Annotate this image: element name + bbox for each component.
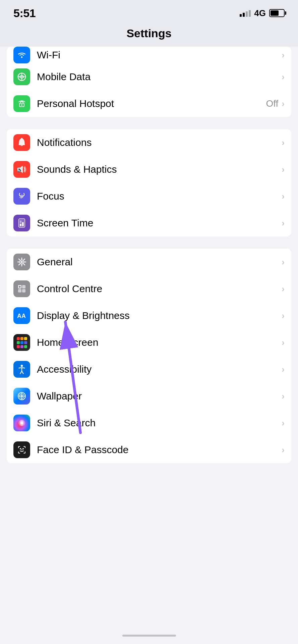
- sidebar-item-wifi[interactable]: Wi-Fi ›: [7, 47, 291, 63]
- status-icons: 4G: [240, 8, 285, 18]
- svg-point-0: [21, 56, 23, 58]
- signal-bar-2: [243, 13, 245, 17]
- svg-rect-11: [20, 224, 21, 226]
- svg-point-9: [20, 195, 23, 198]
- home-screen-label: Home Screen: [37, 337, 282, 348]
- wifi-label: Wi-Fi: [37, 49, 282, 61]
- focus-label: Focus: [37, 191, 282, 202]
- sidebar-item-wallpaper[interactable]: Wallpaper ›: [7, 383, 291, 410]
- siri-chevron: ›: [282, 418, 285, 428]
- sidebar-item-personal-hotspot[interactable]: Personal Hotspot Off ›: [7, 90, 291, 117]
- battery-icon: [269, 9, 285, 17]
- svg-rect-19: [18, 289, 21, 292]
- svg-point-29: [20, 422, 23, 424]
- wallpaper-chevron: ›: [282, 391, 285, 401]
- mobile-data-icon: [13, 68, 30, 85]
- battery-fill: [271, 10, 279, 16]
- sidebar-item-control-centre[interactable]: Control Centre ›: [7, 275, 291, 302]
- svg-point-23: [21, 365, 23, 367]
- hotspot-icon: [13, 95, 30, 112]
- sidebar-item-notifications[interactable]: Notifications ›: [7, 129, 291, 156]
- wifi-icon: [13, 47, 30, 63]
- status-time: 5:51: [13, 7, 36, 20]
- mobile-data-label: Mobile Data: [37, 71, 282, 83]
- notifications-icon: [13, 134, 30, 151]
- battery-container: [269, 9, 285, 17]
- wallpaper-label: Wallpaper: [37, 390, 282, 402]
- hotspot-chevron: ›: [282, 99, 285, 109]
- sidebar-item-accessibility[interactable]: Accessibility ›: [7, 356, 291, 383]
- sidebar-item-face-id[interactable]: Face ID & Passcode ›: [7, 436, 291, 463]
- signal-bar-3: [246, 11, 248, 17]
- svg-rect-20: [22, 289, 25, 292]
- sidebar-item-screen-time[interactable]: Screen Time ›: [7, 210, 291, 236]
- screen-time-icon: [13, 215, 30, 231]
- general-label: General: [37, 256, 282, 268]
- signal-bar-1: [240, 14, 242, 17]
- sounds-label: Sounds & Haptics: [37, 164, 282, 175]
- sidebar-item-mobile-data[interactable]: Mobile Data ›: [7, 63, 291, 90]
- display-icon: AA: [13, 307, 30, 324]
- nav-header: Settings: [0, 23, 298, 47]
- sidebar-item-siri[interactable]: Siri & Search ›: [7, 410, 291, 436]
- accessibility-chevron: ›: [282, 364, 285, 375]
- hotspot-label: Personal Hotspot: [37, 98, 266, 109]
- network-type: 4G: [254, 8, 266, 18]
- svg-rect-13: [20, 221, 21, 223]
- general-icon: [13, 254, 30, 270]
- home-indicator: [122, 635, 176, 637]
- focus-icon: [13, 188, 30, 205]
- home-screen-chevron: ›: [282, 337, 285, 348]
- notifications-label: Notifications: [37, 137, 282, 148]
- face-id-chevron: ›: [282, 445, 285, 455]
- svg-point-3: [21, 104, 22, 106]
- home-screen-icon: [13, 334, 30, 351]
- siri-label: Siri & Search: [37, 417, 282, 429]
- control-centre-label: Control Centre: [37, 283, 282, 294]
- focus-chevron: ›: [282, 191, 285, 202]
- settings-content: Wi-Fi › Mobile Data ›: [0, 47, 298, 463]
- accessibility-label: Accessibility: [37, 364, 282, 375]
- accessibility-icon: [13, 361, 30, 378]
- face-id-label: Face ID & Passcode: [37, 444, 282, 455]
- sidebar-item-focus[interactable]: Focus ›: [7, 183, 291, 210]
- svg-rect-10: [19, 219, 25, 227]
- signal-bar-4: [249, 10, 251, 17]
- display-label: Display & Brightness: [37, 310, 282, 321]
- mobile-data-chevron: ›: [282, 72, 285, 82]
- hotspot-value: Off: [266, 98, 278, 109]
- svg-point-15: [21, 261, 23, 263]
- svg-point-5: [21, 138, 22, 139]
- settings-group-system: Notifications › 🔊 Sounds & Haptics ›: [7, 129, 291, 236]
- svg-text:🔊: 🔊: [17, 167, 23, 173]
- screen-time-label: Screen Time: [37, 217, 282, 229]
- control-centre-chevron: ›: [282, 284, 285, 294]
- sidebar-item-sounds[interactable]: 🔊 Sounds & Haptics ›: [7, 156, 291, 183]
- wallpaper-icon: [13, 388, 30, 405]
- screen-time-chevron: ›: [282, 218, 285, 228]
- svg-text:AA: AA: [17, 313, 26, 319]
- svg-point-31: [22, 448, 24, 449]
- signal-bars-icon: [240, 9, 251, 17]
- sidebar-item-display[interactable]: AA Display & Brightness ›: [7, 302, 291, 329]
- svg-point-30: [20, 448, 21, 449]
- svg-rect-12: [22, 222, 24, 226]
- sidebar-item-home-screen[interactable]: Home Screen ›: [7, 329, 291, 356]
- settings-group-connectivity: Wi-Fi › Mobile Data ›: [7, 47, 291, 117]
- svg-rect-4: [19, 144, 25, 145]
- sidebar-item-general[interactable]: General ›: [7, 249, 291, 275]
- page-title: Settings: [126, 27, 171, 40]
- sounds-chevron: ›: [282, 164, 285, 175]
- svg-rect-18: [22, 285, 25, 288]
- wifi-chevron: ›: [282, 50, 285, 60]
- settings-group-appearance: General › Control Centre › AA: [7, 249, 291, 463]
- home-indicator-area: [0, 627, 298, 644]
- sounds-icon: 🔊: [13, 161, 30, 178]
- control-centre-icon: [13, 280, 30, 297]
- svg-point-21: [19, 286, 21, 288]
- face-id-icon: [13, 441, 30, 458]
- siri-icon: [13, 415, 30, 431]
- notifications-chevron: ›: [282, 138, 285, 148]
- general-chevron: ›: [282, 257, 285, 267]
- display-chevron: ›: [282, 311, 285, 321]
